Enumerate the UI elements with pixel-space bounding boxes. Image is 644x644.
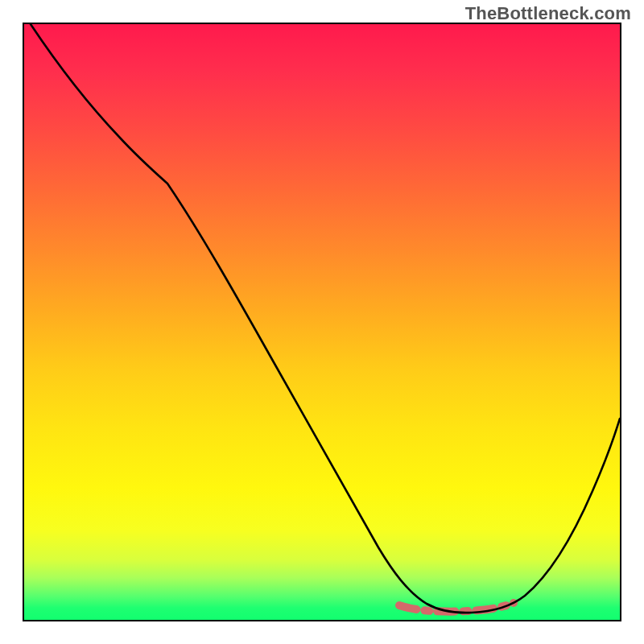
plot-area [23,23,621,621]
bottleneck-curve-path [31,24,620,613]
chart-root: TheBottleneck.com [0,0,644,644]
watermark-text: TheBottleneck.com [465,3,631,24]
optimal-range-marker [399,599,518,612]
chart-svg [24,24,620,620]
